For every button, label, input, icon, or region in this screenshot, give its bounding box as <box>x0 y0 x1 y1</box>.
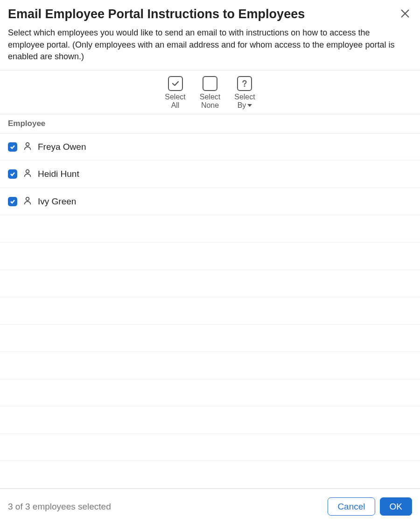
empty-row <box>0 461 420 489</box>
employee-name: Heidi Hunt <box>38 169 79 179</box>
cancel-button[interactable]: Cancel <box>328 497 375 516</box>
empty-row <box>0 270 420 298</box>
select-none-button[interactable]: Select None <box>200 76 220 110</box>
close-button[interactable] <box>398 7 413 21</box>
row-checkbox[interactable] <box>8 169 17 179</box>
svg-point-3 <box>26 142 29 146</box>
empty-row <box>0 243 420 270</box>
chevron-down-icon <box>247 104 252 107</box>
person-icon <box>23 168 32 180</box>
empty-row <box>0 406 420 434</box>
checkbox-empty-icon <box>203 76 217 91</box>
select-none-label-2: None <box>201 101 219 109</box>
employee-row[interactable]: Freya Owen <box>0 133 420 161</box>
selection-toolbar: Select All Select None Select By <box>0 70 420 114</box>
dialog-title: Email Employee Portal Instructions to Em… <box>8 7 412 21</box>
person-icon <box>23 141 32 153</box>
svg-point-5 <box>26 197 29 200</box>
close-icon <box>400 8 410 20</box>
empty-row <box>0 434 420 461</box>
checkbox-checked-icon <box>168 76 183 91</box>
selection-status: 3 of 3 employees selected <box>8 502 111 512</box>
select-none-label-1: Select <box>200 93 220 101</box>
select-by-button[interactable]: Select By <box>234 76 255 110</box>
footer-actions: Cancel OK <box>328 497 412 516</box>
employee-list: Freya Owen Heidi Hunt Ivy Green <box>0 133 420 489</box>
dialog-header: Email Employee Portal Instructions to Em… <box>0 0 420 70</box>
empty-row <box>0 352 420 379</box>
select-all-button[interactable]: Select All <box>165 76 185 110</box>
row-checkbox[interactable] <box>8 197 17 206</box>
person-icon <box>23 196 32 207</box>
select-by-label-2: By <box>238 101 246 109</box>
row-checkbox[interactable] <box>8 142 17 152</box>
svg-point-2 <box>245 86 245 86</box>
employee-name: Ivy Green <box>38 196 76 207</box>
employee-row[interactable]: Ivy Green <box>0 188 420 216</box>
dialog-footer: 3 of 3 employees selected Cancel OK <box>0 489 420 524</box>
employee-row[interactable]: Heidi Hunt <box>0 161 420 188</box>
ok-button[interactable]: OK <box>380 497 412 516</box>
dialog-instructions: Select which employees you would like to… <box>8 27 400 63</box>
employee-name: Freya Owen <box>38 142 86 152</box>
email-instructions-dialog: Email Employee Portal Instructions to Em… <box>0 0 420 524</box>
select-all-label-1: Select <box>165 93 185 101</box>
column-header-employee: Employee <box>0 114 420 133</box>
empty-row <box>0 325 420 352</box>
select-all-label-2: All <box>171 101 180 109</box>
empty-row <box>0 215 420 243</box>
empty-row <box>0 297 420 325</box>
select-by-label-1: Select <box>234 93 255 101</box>
question-icon <box>237 76 252 91</box>
empty-row <box>0 379 420 407</box>
svg-point-4 <box>26 170 29 173</box>
